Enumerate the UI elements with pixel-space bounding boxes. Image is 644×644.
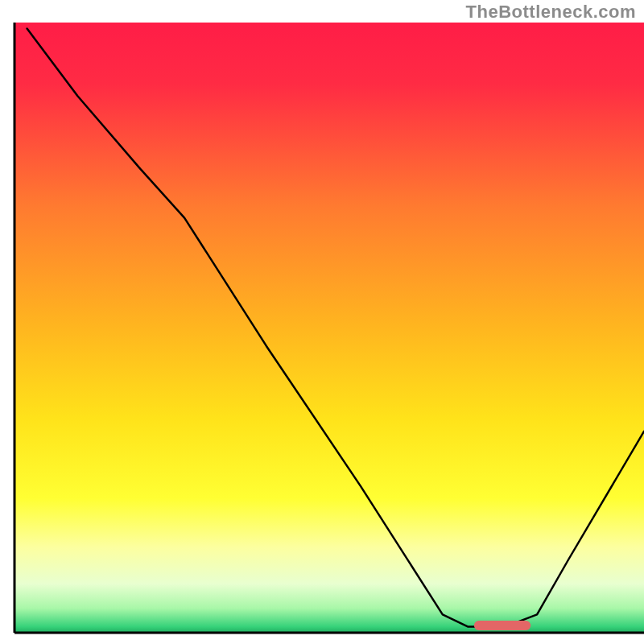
watermark-text: TheBottleneck.com: [466, 2, 636, 23]
bottleneck-chart: [0, 0, 644, 644]
chart-container: TheBottleneck.com: [0, 0, 644, 644]
optimal-marker: [474, 621, 530, 630]
plot-background: [14, 23, 644, 633]
